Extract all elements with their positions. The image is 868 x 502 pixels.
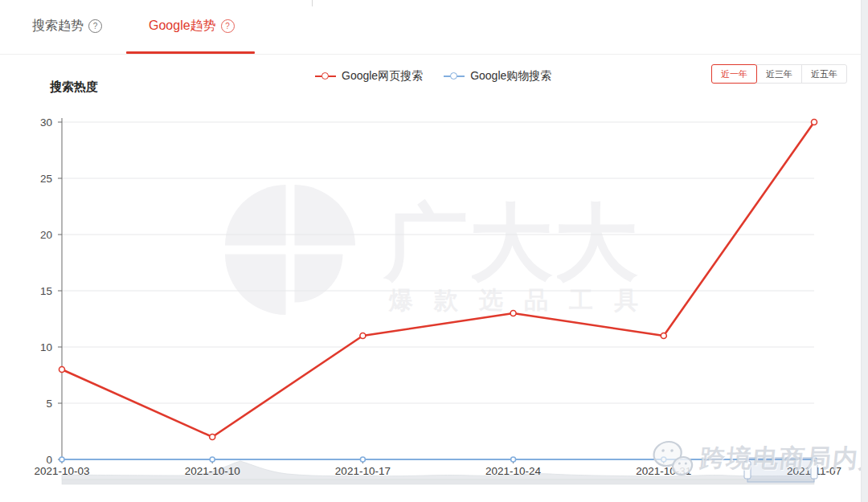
tab-google-trend[interactable]: Google趋势 ? (149, 18, 235, 35)
data-point[interactable] (210, 435, 215, 440)
range-button-3y[interactable]: 近三年 (756, 64, 802, 84)
page-edge-strip (861, 0, 868, 502)
datazoom-slider[interactable] (62, 461, 814, 484)
y-tick-label: 25 (40, 173, 52, 185)
tab-search-trend[interactable]: 搜索趋势 ? (32, 18, 102, 35)
scrollbar-artifact (312, 0, 313, 6)
chart-title: 搜索热度 (50, 80, 98, 95)
x-tick-label: 2021-10-24 (485, 465, 542, 477)
data-point[interactable] (360, 457, 365, 462)
datazoom-window[interactable] (744, 458, 817, 482)
y-tick-label: 30 (40, 116, 52, 129)
datazoom-silhouette (62, 461, 814, 480)
x-tick-label: 2021-10-31 (636, 465, 691, 477)
google-trends-panel: 搜索趋势 ? Google趋势 ? 搜索热度 Google网页搜索 Google… (0, 0, 868, 502)
data-point[interactable] (661, 333, 666, 339)
line-marker-icon (444, 72, 465, 80)
chart-grid (58, 118, 814, 463)
time-range-group: 近一年 近三年 近五年 (711, 64, 847, 84)
legend-item-shopping-search[interactable]: Google购物搜索 (444, 69, 551, 84)
chart-legend: Google网页搜索 Google购物搜索 (315, 69, 551, 84)
data-point[interactable] (812, 120, 817, 125)
line-marker-icon (315, 72, 336, 80)
data-point[interactable] (360, 333, 366, 339)
help-icon[interactable]: ? (221, 19, 235, 33)
y-tick-label: 15 (40, 285, 52, 297)
datazoom-selected-range[interactable] (747, 458, 814, 482)
x-tick-label: 2021-10-17 (335, 465, 391, 477)
help-icon[interactable]: ? (88, 19, 102, 33)
range-button-5y[interactable]: 近五年 (801, 64, 847, 84)
y-tick-label: 10 (40, 341, 52, 353)
chart-axis-labels: 0510152025302021-10-032021-10-102021-10-… (34, 116, 841, 478)
data-point[interactable] (59, 457, 64, 462)
tab-label: 搜索趋势 (32, 18, 84, 35)
data-point[interactable] (511, 457, 516, 462)
legend-item-web-search[interactable]: Google网页搜索 (315, 69, 423, 84)
data-point[interactable] (510, 311, 516, 316)
tab-bar: 搜索趋势 ? Google趋势 ? (0, 0, 862, 55)
x-tick-label: 2021-10-03 (34, 465, 89, 477)
datazoom-handle-left[interactable] (744, 461, 751, 479)
x-tick-label: 2021-10-10 (185, 465, 240, 477)
data-point[interactable] (661, 457, 666, 462)
range-button-1y[interactable]: 近一年 (711, 64, 757, 84)
series-line (62, 122, 814, 437)
datazoom-handle-right[interactable] (811, 461, 817, 479)
legend-label: Google购物搜索 (470, 69, 551, 84)
active-tab-underline (126, 51, 255, 54)
y-tick-label: 5 (46, 398, 52, 410)
data-point[interactable] (59, 367, 65, 373)
y-tick-label: 0 (46, 454, 52, 466)
legend-label: Google网页搜索 (342, 69, 423, 84)
data-point[interactable] (210, 457, 215, 462)
tab-label: Google趋势 (149, 18, 216, 35)
datazoom-track[interactable] (62, 480, 814, 484)
y-tick-label: 20 (40, 229, 52, 241)
